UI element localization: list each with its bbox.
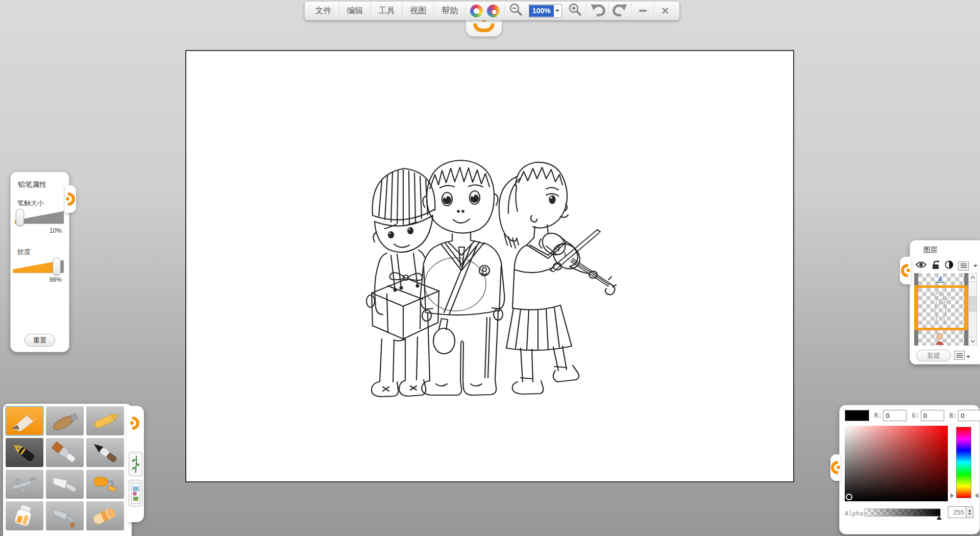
zoom-dropdown-caret-icon[interactable] [554, 8, 561, 14]
app-window: 文件 编辑 工具 视图 帮助 100% [0, 0, 980, 536]
tool-paint-roller[interactable] [86, 470, 124, 499]
layer-thumbnail [914, 273, 968, 285]
tool-ink-brush[interactable] [86, 438, 124, 467]
scroll-down-icon[interactable] [969, 337, 976, 345]
picture-stamp-brush-button[interactable] [129, 480, 142, 506]
undo-button[interactable] [586, 2, 608, 20]
mascot-eyes [466, 2, 504, 20]
layers-panel: 图层 [910, 240, 980, 364]
redo-icon [612, 3, 628, 19]
pencil-panel-collapse-handle[interactable] [65, 185, 76, 213]
zoom-level-select[interactable]: 100% [529, 4, 562, 18]
blue-label: B: [949, 412, 957, 419]
scroll-up-icon[interactable] [969, 274, 976, 282]
tool-carving-knife[interactable] [46, 501, 84, 530]
alpha-spinner-arrows[interactable] [966, 506, 973, 518]
layer-item-selected[interactable] [914, 285, 968, 330]
blue-field[interactable] [958, 410, 980, 421]
layers-bottom-caret-icon[interactable] [966, 356, 970, 360]
hue-marker-left-icon[interactable] [950, 493, 957, 498]
brush-size-label: 笔触大小 [17, 199, 69, 208]
plant-texture-brush-button[interactable] [129, 452, 142, 476]
tool-airbrush[interactable] [6, 470, 43, 499]
hue-marker-right-icon[interactable] [972, 493, 978, 498]
zoom-in-icon [568, 3, 582, 19]
menu-file[interactable]: 文件 [308, 2, 339, 20]
brush-size-handle[interactable] [16, 209, 24, 226]
layers-panel-toolbar [915, 260, 977, 272]
drawing-canvas[interactable] [185, 50, 794, 482]
color-picker-panel: R: G: B: Alpha [839, 405, 980, 534]
redo-button[interactable] [609, 2, 631, 20]
undo-icon [590, 3, 606, 19]
softness-fill [13, 260, 57, 273]
menu-edit[interactable]: 编辑 [339, 2, 371, 20]
layers-panel-title: 图层 [923, 246, 980, 255]
mascot-left-eye-icon [470, 5, 483, 17]
menu-help[interactable]: 帮助 [434, 2, 465, 20]
close-icon: × [662, 5, 669, 17]
minimize-button[interactable] [631, 2, 653, 20]
panel-handle-icon [66, 190, 75, 208]
layer-thumbnail [914, 288, 968, 328]
layer-blend-contrast-icon[interactable] [945, 260, 953, 271]
tool-palette-knife[interactable] [46, 470, 84, 499]
mascot-right-eye-icon [487, 5, 500, 17]
red-label: R: [874, 412, 881, 419]
tool-pencil[interactable] [6, 406, 43, 435]
tool-charcoal-pencil[interactable] [46, 406, 84, 435]
layer-menu-caret-icon[interactable] [973, 265, 977, 269]
brush-tool-palette [3, 404, 132, 536]
menu-view[interactable]: 视图 [403, 2, 434, 20]
green-field[interactable] [921, 410, 944, 421]
hue-slider[interactable] [956, 427, 971, 498]
alpha-value-field[interactable] [948, 506, 966, 518]
tool-flat-brush[interactable] [46, 438, 84, 467]
alpha-slider[interactable] [864, 508, 941, 517]
layer-list-scrollbar[interactable] [968, 273, 977, 346]
tool-palette-strip [127, 406, 144, 522]
color-selection-marker [846, 494, 852, 500]
softness-value: 86% [11, 276, 62, 283]
layers-bottom-menu-icon[interactable] [954, 351, 965, 360]
zoom-out-button[interactable] [505, 2, 527, 20]
brush-size-value: 10% [11, 227, 62, 234]
spin-down-icon[interactable] [968, 513, 971, 517]
alpha-label: Alpha [845, 510, 863, 517]
spin-up-icon[interactable] [968, 508, 971, 511]
menu-tools[interactable]: 工具 [371, 2, 402, 20]
brush-size-slider[interactable] [15, 211, 64, 224]
tool-eraser[interactable] [86, 501, 124, 530]
main-toolbar: 文件 编辑 工具 视图 帮助 100% [304, 1, 680, 20]
zoom-level-value: 100% [529, 5, 554, 17]
softness-label: 软度 [17, 248, 69, 257]
color-panel-collapse-handle[interactable] [830, 454, 841, 481]
scrollbar-thumb[interactable] [969, 296, 977, 311]
tool-fountain-pen[interactable] [6, 438, 43, 467]
alpha-slider-marker [937, 514, 942, 520]
softness-slider[interactable] [13, 260, 64, 273]
tool-crayon[interactable] [86, 406, 124, 435]
tool-paint-bottle[interactable] [6, 501, 43, 530]
layer-visibility-eye-icon[interactable] [915, 261, 927, 271]
minimize-icon [639, 10, 647, 12]
mascot-smile-icon [473, 23, 495, 32]
mascot-face-tab[interactable] [465, 20, 502, 37]
layer-item-bottom[interactable] [914, 330, 968, 346]
zoom-in-button[interactable] [564, 2, 586, 20]
red-field[interactable] [883, 410, 906, 421]
layer-lock-icon[interactable] [932, 260, 940, 272]
layers-panel-collapse-handle[interactable] [900, 257, 911, 284]
rgb-row: R: G: B: [845, 410, 980, 421]
close-button[interactable]: × [654, 2, 676, 20]
layer-menu-icon[interactable] [958, 261, 969, 271]
saturation-value-picker[interactable] [845, 426, 948, 501]
softness-handle[interactable] [53, 258, 61, 275]
layer-item-top[interactable] [914, 273, 968, 285]
panel-handle-icon [831, 459, 840, 476]
tool-palette-collapse-handle[interactable] [128, 410, 142, 436]
pencil-panel-title: 铅笔属性 [18, 180, 69, 189]
new-layer-button[interactable]: 新建 [916, 350, 951, 361]
reset-button[interactable]: 重置 [24, 334, 55, 347]
green-label: G: [912, 412, 919, 419]
